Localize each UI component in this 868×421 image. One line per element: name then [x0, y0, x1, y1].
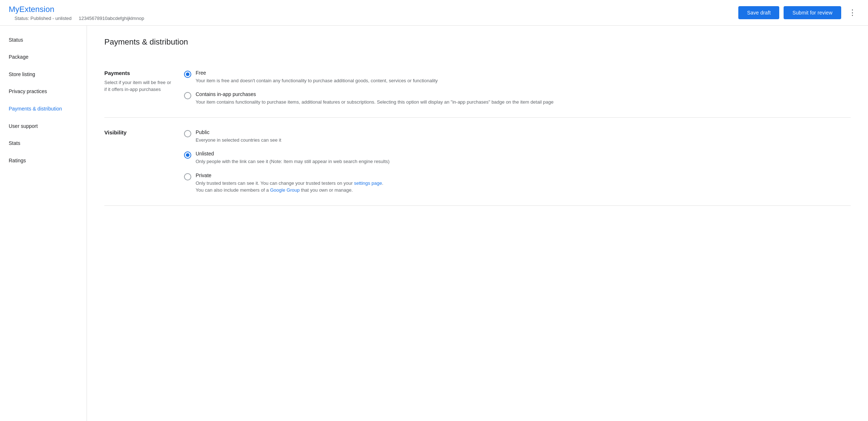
layout: Status Package Store listing Privacy pra…	[0, 26, 868, 421]
free-label: Free	[196, 70, 438, 76]
payments-options: Free Your item is free and doesn't conta…	[184, 70, 851, 106]
private-desc-part2: .	[382, 180, 384, 186]
sidebar-item-ratings[interactable]: Ratings	[0, 152, 87, 170]
google-group-link[interactable]: Google Group	[270, 187, 300, 193]
settings-page-link[interactable]: settings page	[354, 180, 382, 186]
main-content: Payments & distribution Payments Select …	[87, 26, 868, 421]
private-desc-part1: Only trusted testers can see it. You can…	[196, 180, 354, 186]
in-app-purchases-option: Contains in-app purchases Your item cont…	[184, 91, 851, 106]
private-text: Private Only trusted testers can see it.…	[196, 172, 383, 194]
free-radio[interactable]	[184, 71, 191, 78]
payments-label: Payments	[104, 70, 172, 76]
sidebar-item-payments-distribution[interactable]: Payments & distribution	[0, 100, 87, 118]
sidebar-item-user-support[interactable]: User support	[0, 118, 87, 135]
sidebar-item-stats[interactable]: Stats	[0, 135, 87, 152]
payments-description: Select if your item will be free or if i…	[104, 79, 172, 93]
app-title: MyExtension	[9, 4, 738, 15]
submit-review-button[interactable]: Submit for review	[784, 6, 841, 19]
private-desc-part3: You can also include members of a	[196, 187, 270, 193]
free-description: Your item is free and doesn't contain an…	[196, 77, 438, 84]
public-label: Public	[196, 129, 281, 135]
sidebar-item-status[interactable]: Status	[0, 32, 87, 49]
app-id: 12345678910abcdefghijklmnop	[79, 16, 144, 21]
header: MyExtension Status: Published - unlisted…	[0, 0, 868, 26]
in-app-purchases-label: Contains in-app purchases	[196, 91, 554, 97]
unlisted-option: Unlisted Only people with the link can s…	[184, 151, 851, 165]
payments-section: Payments Select if your item will be fre…	[104, 58, 851, 118]
sidebar-item-store-listing[interactable]: Store listing	[0, 66, 87, 83]
in-app-purchases-text: Contains in-app purchases Your item cont…	[196, 91, 554, 106]
header-right: Save draft Submit for review ⋮	[738, 6, 859, 19]
private-radio[interactable]	[184, 173, 191, 180]
unlisted-radio[interactable]	[184, 151, 191, 159]
private-label: Private	[196, 172, 383, 178]
public-description: Everyone in selected countries can see i…	[196, 137, 281, 144]
payments-label-col: Payments Select if your item will be fre…	[104, 70, 184, 106]
visibility-label: Visibility	[104, 129, 172, 136]
free-option: Free Your item is free and doesn't conta…	[184, 70, 851, 84]
in-app-purchases-description: Your item contains functionality to purc…	[196, 99, 554, 106]
sidebar-item-privacy-practices[interactable]: Privacy practices	[0, 83, 87, 100]
private-description: Only trusted testers can see it. You can…	[196, 180, 383, 194]
unlisted-text: Unlisted Only people with the link can s…	[196, 151, 389, 165]
app-status: Status: Published - unlisted 12345678910…	[9, 16, 738, 21]
visibility-label-col: Visibility	[104, 129, 184, 194]
in-app-purchases-radio[interactable]	[184, 92, 191, 99]
private-desc-part4: that you own or manage.	[300, 187, 353, 193]
unlisted-description: Only people with the link can see it (No…	[196, 158, 389, 165]
header-left: MyExtension Status: Published - unlisted…	[9, 4, 738, 21]
status-text: Status: Published - unlisted	[14, 16, 72, 21]
save-draft-button[interactable]: Save draft	[738, 6, 779, 19]
sidebar: Status Package Store listing Privacy pra…	[0, 26, 87, 421]
sidebar-item-package[interactable]: Package	[0, 49, 87, 66]
visibility-section: Visibility Public Everyone in selected c…	[104, 118, 851, 206]
public-text: Public Everyone in selected countries ca…	[196, 129, 281, 144]
visibility-options: Public Everyone in selected countries ca…	[184, 129, 851, 194]
free-text: Free Your item is free and doesn't conta…	[196, 70, 438, 84]
unlisted-label: Unlisted	[196, 151, 389, 157]
more-options-icon[interactable]: ⋮	[846, 7, 859, 18]
private-option: Private Only trusted testers can see it.…	[184, 172, 851, 194]
page-title: Payments & distribution	[104, 37, 851, 47]
public-radio[interactable]	[184, 130, 191, 137]
public-option: Public Everyone in selected countries ca…	[184, 129, 851, 144]
